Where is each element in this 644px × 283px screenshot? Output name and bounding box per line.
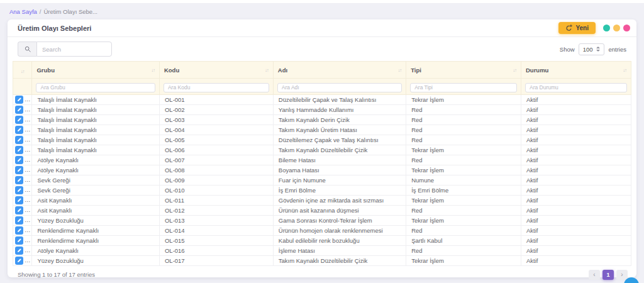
edit-button[interactable] [15,106,23,114]
table-row: Yüzey BozukluğuOL-017Takım Kaynaklı Düze… [13,255,631,265]
row-actions-cell [13,125,32,135]
row-actions-cell [13,245,32,255]
cell-tipi: Şartlı Kabul [406,235,521,245]
column-header-grubu[interactable]: Grubu↓↑ [32,62,159,79]
sort-icon: ↓↑ [623,67,627,73]
row-actions-cell [13,255,32,265]
search-group [18,42,112,57]
pencil-icon [17,167,22,172]
sort-icon: ↓↑ [513,67,516,73]
edit-button[interactable] [15,166,23,174]
cell-tipi: İş Emri Bölme [406,185,521,195]
filter-input-grubu[interactable] [36,83,155,92]
table-row: Talaşlı İmalat KaynaklıOL-002Yanlış Hamm… [13,104,631,114]
cell-tipi: Red [406,225,521,235]
filter-input-adi[interactable] [277,83,402,92]
column-header-kodu[interactable]: Kodu↓↑ [159,62,273,79]
column-header-tipi[interactable]: Tipi↓↑ [406,62,521,79]
cell-adi: Takım Kaynaklı Düzeltilebilir Çizik [273,145,406,155]
cell-grubu: Sevk Gereği [32,185,159,195]
cell-grubu: Talaşlı İmalat Kaynaklı [32,145,159,155]
column-label-adi: Adı [278,67,287,74]
table-row: Talaşlı İmalat KaynaklıOL-001Düzeltilebi… [13,94,631,104]
cell-kodu: OL-007 [159,155,273,165]
filter-input-kodu[interactable] [164,83,269,92]
edit-button[interactable] [15,196,23,204]
cell-kodu: OL-017 [159,255,273,265]
row-actions-cell [13,175,32,185]
cell-grubu: Renklendirme Kaynaklı [32,225,159,235]
column-header-adi[interactable]: Adı↓↑ [273,62,406,79]
teal-dot-icon[interactable] [603,25,610,31]
table-row: Asit KaynaklıOL-011Gövdenin içine az mik… [13,195,631,205]
page-size-select[interactable]: 100 [579,43,605,55]
table-row: Talaşlı İmalat KaynaklıOL-005Düzeltileme… [13,135,631,145]
column-header-durumu[interactable]: Durumu↓↑ [521,62,631,79]
edit-button[interactable] [15,247,23,255]
cell-durumu: Aktif [521,165,631,175]
edit-button[interactable] [15,206,23,214]
edit-button[interactable] [15,186,23,194]
card-header: Üretim Olayı Sebepleri Yeni [8,19,636,37]
cell-adi: Düzeltilemez Çapak ve Talaş Kalıntısı [273,135,406,145]
cell-tipi: Numune [406,175,521,185]
cell-grubu: Sevk Gereği [32,175,159,185]
cell-tipi: Red [406,155,521,165]
cell-grubu: Talaşlı İmalat Kaynaklı [32,114,159,125]
table-filter-row [13,79,631,95]
pagination-prev-button[interactable]: ‹ [589,270,600,280]
pagination-page-1-button[interactable]: 1 [602,270,614,280]
content-card: Üretim Olayı Sebepleri Yeni [8,19,636,277]
pink-dot-icon[interactable] [623,25,630,31]
row-actions-cell [13,94,32,104]
edit-button[interactable] [15,156,23,164]
edit-button[interactable] [15,226,23,235]
edit-button[interactable] [15,216,23,225]
row-actions-cell [13,135,32,145]
cell-durumu: Aktif [521,215,631,225]
cell-tipi: Tekrar İşlem [406,165,521,175]
filter-cell-grubu [32,79,159,95]
cell-kodu: OL-013 [159,215,273,225]
search-icon [18,42,36,57]
cell-durumu: Aktif [521,94,631,104]
edit-button[interactable] [15,146,23,154]
new-button[interactable]: Yeni [558,22,596,34]
table-row: Talaşlı İmalat KaynaklıOL-006Takım Kayna… [13,145,631,155]
cell-kodu: OL-014 [159,225,273,235]
column-header-actions[interactable]: ↓↑ [13,62,32,79]
edit-button[interactable] [15,116,23,124]
cell-adi: Takım Kaynaklı Düzeltilebilir Çizik [273,255,406,265]
cell-tipi: Red [406,125,521,135]
filter-input-tipi[interactable] [410,83,517,92]
edit-button[interactable] [15,126,23,134]
yellow-dot-icon[interactable] [613,25,620,31]
breadcrumb-home-link[interactable]: Ana Sayfa [9,8,37,15]
sort-icon: ↓↑ [21,69,25,74]
edit-button[interactable] [15,96,23,104]
filter-input-durumu[interactable] [525,83,627,92]
pencil-icon [17,127,22,132]
cell-grubu: Yüzey Bozukluğu [32,255,159,265]
filter-cell-durumu [521,79,631,95]
edit-button[interactable] [15,176,23,184]
search-input[interactable] [36,42,112,57]
cell-kodu: OL-006 [159,145,273,155]
cell-grubu: Talaşlı İmalat Kaynaklı [32,125,159,135]
cell-tipi: Red [406,104,521,114]
cell-adi: Kabul edilebilir renk bozukluğu [273,235,406,245]
edit-button[interactable] [15,136,23,144]
cell-adi: İşleme Hatası [273,245,406,255]
cell-adi: Takım Kaynaklı Derin Çizik [273,114,406,125]
edit-button[interactable] [15,236,23,245]
pagination-next-button[interactable]: › [616,270,628,280]
table-row: Asit KaynaklıOL-012Ürünün asit kazanına … [13,205,631,215]
row-actions-cell [13,205,32,215]
table-row: Sevk GereğiOL-010İş Emri Bölmeİş Emri Bö… [13,185,631,195]
edit-button[interactable] [15,257,23,265]
cell-durumu: Aktif [521,235,631,245]
pencil-icon [17,238,22,243]
cell-kodu: OL-011 [159,195,273,205]
cell-tipi: Tekrar İşlem [406,94,521,104]
cell-durumu: Aktif [521,155,631,165]
